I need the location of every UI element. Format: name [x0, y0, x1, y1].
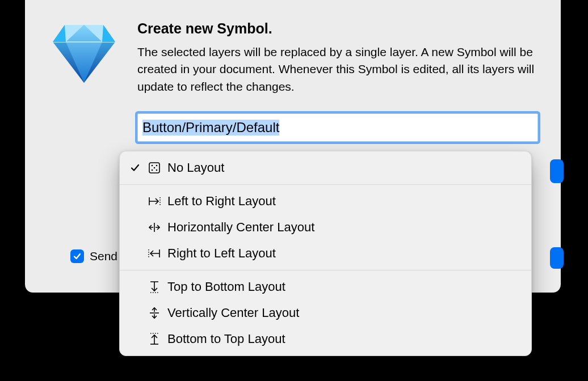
symbol-name-input[interactable] [137, 113, 538, 142]
layout-dropdown-menu[interactable]: No Layout Left to Right Layout Horizonta… [119, 151, 532, 356]
layout-option-label: Bottom to Top Layout [167, 332, 285, 346]
menu-separator [120, 184, 531, 185]
layout-option-rtl[interactable]: Right to Left Layout [120, 240, 531, 266]
dialog-title: Create new Symbol. [137, 20, 538, 37]
arrow-up-bar-icon [147, 332, 162, 346]
layout-option-label: Left to Right Layout [167, 194, 276, 209]
layout-option-label: Right to Left Layout [167, 246, 276, 261]
arrow-right-bar-icon [147, 196, 162, 207]
grid-dots-icon [147, 162, 162, 174]
sketch-diamond-icon [48, 20, 120, 142]
dialog-description: The selected layers will be replaced by … [137, 44, 538, 95]
svg-point-8 [156, 165, 158, 167]
arrow-left-bar-icon [147, 248, 162, 259]
primary-button-edge[interactable] [550, 247, 564, 269]
svg-point-7 [152, 165, 153, 167]
layout-option-label: Top to Bottom Layout [167, 280, 285, 294]
svg-point-10 [152, 170, 153, 171]
layout-option-no-layout[interactable]: No Layout [120, 155, 531, 181]
layout-option-hcenter[interactable]: Horizontally Center Layout [120, 214, 531, 240]
dropdown-button-edge[interactable] [550, 159, 564, 183]
arrow-down-bar-icon [147, 280, 162, 294]
menu-separator [120, 270, 531, 270]
arrows-v-center-icon [147, 306, 162, 320]
layout-option-btt[interactable]: Bottom to Top Layout [120, 326, 531, 352]
layout-option-ttb[interactable]: Top to Bottom Layout [120, 274, 531, 300]
layout-option-ltr[interactable]: Left to Right Layout [120, 188, 531, 214]
svg-point-9 [154, 167, 156, 169]
svg-marker-3 [102, 25, 115, 42]
layout-option-label: No Layout [167, 160, 224, 175]
arrows-h-center-icon [147, 222, 162, 233]
checkbox-checked-icon[interactable] [70, 249, 84, 263]
layout-option-vcenter[interactable]: Vertically Center Layout [120, 300, 531, 326]
svg-marker-2 [53, 25, 66, 42]
layout-option-label: Horizontally Center Layout [167, 220, 314, 235]
checkmark-icon [129, 163, 141, 173]
layout-option-label: Vertically Center Layout [167, 306, 299, 320]
svg-point-11 [156, 170, 158, 171]
